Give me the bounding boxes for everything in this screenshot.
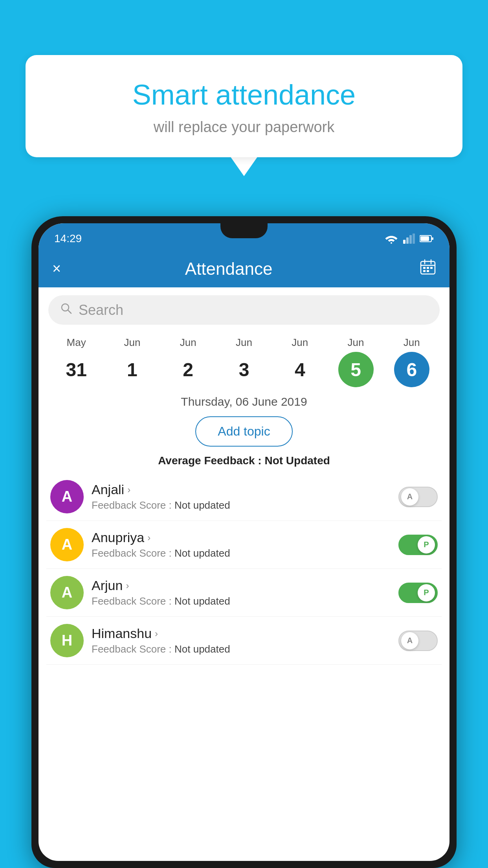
speech-bubble-container: Smart attendance will replace your paper…: [26, 55, 462, 176]
svg-rect-11: [423, 267, 426, 269]
speech-bubble-title: Smart attendance: [45, 79, 443, 111]
student-feedback-0: Feedback Score : Not updated: [92, 499, 391, 511]
toggle-wrap-2[interactable]: P: [398, 583, 438, 603]
chevron-icon-0: ›: [127, 484, 130, 495]
wifi-icon: [384, 234, 398, 244]
student-feedback-2: Feedback Score : Not updated: [92, 595, 391, 607]
cal-month-0: May: [67, 337, 86, 349]
cal-num-2: 2: [171, 352, 206, 387]
svg-rect-14: [423, 270, 426, 272]
svg-rect-3: [413, 234, 415, 244]
calendar-day-6[interactable]: Jun6: [390, 337, 433, 387]
phone-notch: [220, 223, 268, 238]
date-label: Thursday, 06 June 2019: [39, 389, 449, 410]
toggle-wrap-3[interactable]: A: [398, 631, 438, 651]
avg-feedback: Average Feedback : Not Updated: [39, 452, 449, 473]
calendar-day-0[interactable]: May31: [55, 337, 98, 387]
cal-month-4: Jun: [292, 337, 308, 349]
student-avatar-0: A: [50, 480, 84, 513]
student-info-0: Anjali ›Feedback Score : Not updated: [92, 482, 391, 511]
svg-rect-0: [403, 240, 405, 244]
svg-rect-12: [427, 267, 429, 269]
student-item-1[interactable]: AAnupriya ›Feedback Score : Not updatedP: [46, 521, 442, 569]
toggle-knob-2: P: [418, 584, 435, 601]
toggle-1[interactable]: P: [398, 535, 438, 555]
student-avatar-1: A: [50, 528, 84, 561]
student-avatar-2: A: [50, 576, 84, 609]
cal-num-4: 4: [282, 352, 317, 387]
toggle-knob-1: P: [418, 536, 435, 554]
toggle-wrap-0[interactable]: A: [398, 487, 438, 507]
toggle-2[interactable]: P: [398, 583, 438, 603]
calendar-day-2[interactable]: Jun2: [167, 337, 210, 387]
add-topic-button[interactable]: Add topic: [195, 416, 292, 447]
student-item-2[interactable]: AArjun ›Feedback Score : Not updatedP: [46, 569, 442, 617]
svg-rect-5: [420, 236, 429, 241]
search-icon: [60, 302, 73, 318]
toggle-knob-3: A: [401, 632, 418, 649]
toggle-3[interactable]: A: [398, 631, 438, 651]
svg-rect-1: [406, 237, 409, 244]
student-name-1: Anupriya ›: [92, 530, 391, 545]
cal-num-6: 6: [394, 352, 429, 387]
toggle-0[interactable]: A: [398, 487, 438, 507]
battery-icon: [420, 235, 434, 243]
calendar-day-4[interactable]: Jun4: [278, 337, 321, 387]
student-info-2: Arjun ›Feedback Score : Not updated: [92, 578, 391, 607]
student-list: AAnjali ›Feedback Score : Not updatedAAA…: [39, 473, 449, 665]
svg-rect-15: [427, 270, 429, 272]
cal-num-1: 1: [114, 352, 150, 387]
student-name-0: Anjali ›: [92, 482, 391, 497]
cal-month-1: Jun: [124, 337, 140, 349]
cal-num-0: 31: [59, 352, 94, 387]
student-feedback-1: Feedback Score : Not updated: [92, 547, 391, 559]
cal-month-6: Jun: [404, 337, 420, 349]
toggle-knob-0: A: [401, 488, 418, 506]
cal-month-5: Jun: [348, 337, 364, 349]
calendar-day-5[interactable]: Jun5: [334, 337, 378, 387]
header-title: Attendance: [73, 259, 385, 279]
svg-rect-6: [432, 237, 433, 240]
status-icons: [384, 234, 434, 244]
calendar-strip: May31Jun1Jun2Jun3Jun4Jun5Jun6: [39, 333, 449, 389]
student-name-2: Arjun ›: [92, 578, 391, 593]
speech-bubble-tail: [230, 156, 258, 176]
student-info-3: Himanshu ›Feedback Score : Not updated: [92, 626, 391, 655]
calendar-day-3[interactable]: Jun3: [222, 337, 266, 387]
cal-month-2: Jun: [180, 337, 196, 349]
cal-num-5: 5: [338, 352, 374, 387]
student-item-3[interactable]: HHimanshu ›Feedback Score : Not updatedA: [46, 617, 442, 665]
student-info-1: Anupriya ›Feedback Score : Not updated: [92, 530, 391, 559]
status-time: 14:29: [54, 232, 82, 245]
signal-icon: [403, 234, 415, 244]
phone-inner: 14:29: [39, 223, 449, 861]
chevron-icon-1: ›: [147, 532, 150, 543]
app-header: × Attendance: [39, 250, 449, 287]
svg-rect-13: [430, 267, 433, 269]
chevron-icon-2: ›: [126, 580, 129, 591]
svg-rect-2: [409, 235, 412, 244]
student-feedback-3: Feedback Score : Not updated: [92, 643, 391, 655]
search-placeholder: Search: [79, 302, 123, 318]
cal-month-3: Jun: [236, 337, 252, 349]
student-item-0[interactable]: AAnjali ›Feedback Score : Not updatedA: [46, 473, 442, 521]
calendar-day-1[interactable]: Jun1: [110, 337, 154, 387]
avg-feedback-label: Average Feedback :: [158, 454, 262, 467]
chevron-icon-3: ›: [155, 628, 158, 639]
search-bar[interactable]: Search: [48, 295, 440, 325]
cal-num-3: 3: [226, 352, 262, 387]
toggle-wrap-1[interactable]: P: [398, 535, 438, 555]
phone-frame: 14:29: [31, 216, 457, 868]
svg-line-17: [68, 310, 71, 313]
speech-bubble-subtitle: will replace your paperwork: [45, 119, 443, 136]
calendar-icon: [420, 259, 436, 275]
avg-feedback-value: Not Updated: [264, 454, 330, 467]
calendar-button[interactable]: [420, 259, 436, 278]
speech-bubble: Smart attendance will replace your paper…: [26, 55, 462, 157]
student-avatar-3: H: [50, 624, 84, 657]
close-button[interactable]: ×: [52, 260, 61, 277]
student-name-3: Himanshu ›: [92, 626, 391, 641]
